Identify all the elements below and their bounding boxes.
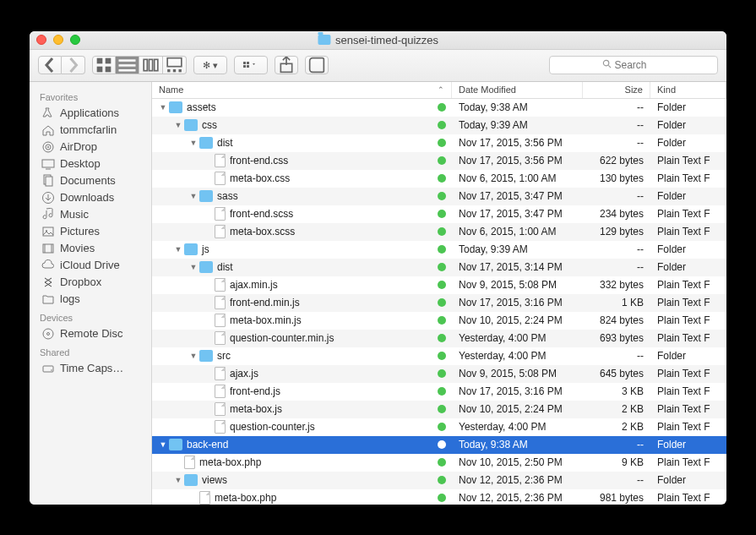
file-listing: Name⌃ Date Modified Size Kind ▼assetsTod… (152, 82, 726, 505)
gallery-view-button[interactable] (163, 56, 187, 74)
sidebar-item-tommcfarlin[interactable]: tommcfarlin (30, 122, 151, 139)
file-size: -- (583, 350, 650, 362)
svg-point-35 (47, 332, 50, 335)
disclosure-triangle-icon[interactable]: ▼ (174, 245, 182, 254)
sidebar-item-music[interactable]: Music (30, 206, 151, 223)
column-view-button[interactable] (139, 56, 163, 74)
arrange-menu-button[interactable] (234, 56, 268, 74)
folder-row[interactable]: ▼srcYesterday, 4:00 PM--Folder (152, 347, 726, 365)
drive-icon (41, 362, 55, 375)
file-name: ajax.js (230, 368, 258, 379)
disclosure-triangle-icon[interactable]: ▼ (159, 103, 167, 112)
sidebar-item-iclouddrive[interactable]: iCloud Drive (30, 257, 151, 274)
titlebar[interactable]: sensei-timed-quizzes (30, 31, 726, 50)
file-icon (215, 172, 226, 185)
header-size[interactable]: Size (583, 82, 650, 98)
disclosure-triangle-icon[interactable]: ▼ (174, 121, 182, 129)
minimize-button[interactable] (53, 35, 63, 45)
disclosure-triangle-icon[interactable]: ▼ (174, 476, 182, 484)
file-size: -- (583, 439, 650, 450)
nav-buttons (38, 56, 85, 74)
header-name[interactable]: Name⌃ (152, 82, 452, 98)
file-size: 645 bytes (583, 368, 650, 379)
list-view-button[interactable] (116, 56, 139, 74)
sidebar-item-desktop[interactable]: Desktop (30, 156, 151, 172)
folder-row[interactable]: ▼jsToday, 9:39 AM--Folder (152, 241, 726, 259)
file-icon (184, 456, 195, 469)
date-modified: Today, 9:39 AM (452, 243, 583, 255)
file-size: -- (583, 137, 650, 149)
file-icon (215, 367, 226, 380)
folder-icon (199, 190, 213, 202)
file-row[interactable]: ajax.min.jsNov 9, 2015, 5:08 PM332 bytes… (152, 276, 726, 294)
forward-button[interactable] (62, 56, 85, 74)
file-size: 130 bytes (583, 172, 650, 184)
header-date[interactable]: Date Modified (452, 82, 583, 98)
file-row[interactable]: question-counter.jsYesterday, 4:00 PM2 K… (152, 418, 726, 436)
folder-row[interactable]: ▼distNov 17, 2015, 3:14 PM--Folder (152, 259, 726, 276)
file-row[interactable]: front-end.scssNov 17, 2015, 3:47 PM234 b… (152, 205, 726, 223)
sidebar-item-applications[interactable]: Applications (30, 105, 151, 122)
sidebar-item-timecaps[interactable]: Time Caps… (30, 360, 151, 377)
file-kind: Plain Text F (650, 421, 726, 433)
sync-status (432, 440, 452, 449)
synced-icon (438, 387, 446, 396)
file-name: back-end (187, 439, 228, 450)
file-kind: Folder (650, 243, 726, 255)
file-row[interactable]: meta-box.jsNov 10, 2015, 2:24 PM2 KBPlai… (152, 401, 726, 418)
file-row[interactable]: meta-box.phpNov 12, 2015, 2:36 PM981 byt… (152, 489, 726, 505)
folder-row[interactable]: ▼sassNov 17, 2015, 3:47 PM--Folder (152, 188, 726, 205)
file-row[interactable]: front-end.min.jsNov 17, 2015, 3:16 PM1 K… (152, 294, 726, 312)
share-button[interactable] (275, 56, 298, 74)
file-row[interactable]: meta-box.phpNov 10, 2015, 2:50 PM9 KBPla… (152, 454, 726, 472)
date-modified: Nov 12, 2015, 2:36 PM (452, 474, 583, 486)
sidebar-item-dropbox[interactable]: Dropbox (30, 274, 151, 291)
disclosure-triangle-icon[interactable]: ▼ (159, 440, 167, 449)
header-kind[interactable]: Kind (650, 82, 726, 98)
tags-button[interactable] (305, 56, 329, 74)
sidebar-item-documents[interactable]: Documents (30, 172, 151, 189)
sidebar-item-remotedisc[interactable]: Remote Disc (30, 325, 151, 342)
search-input[interactable] (615, 59, 666, 71)
disclosure-triangle-icon[interactable]: ▼ (189, 139, 198, 147)
column-headers: Name⌃ Date Modified Size Kind (152, 82, 726, 99)
file-row[interactable]: front-end.jsNov 17, 2015, 3:16 PM3 KBPla… (152, 383, 726, 401)
file-row[interactable]: front-end.cssNov 17, 2015, 3:56 PM622 by… (152, 152, 726, 170)
disclosure-triangle-icon[interactable]: ▼ (189, 352, 198, 360)
sidebar-item-label: tommcfarlin (60, 123, 117, 136)
disclosure-triangle-icon[interactable]: ▼ (189, 263, 198, 271)
file-size: -- (583, 261, 650, 273)
search-field[interactable] (549, 56, 718, 74)
sidebar-item-label: logs (60, 292, 80, 305)
folder-row[interactable]: ▼cssToday, 9:39 AM--Folder (152, 117, 726, 134)
file-kind: Folder (650, 439, 726, 450)
sidebar-item-downloads[interactable]: Downloads (30, 189, 151, 206)
icloud-icon (41, 259, 55, 272)
close-button[interactable] (36, 35, 46, 45)
back-button[interactable] (38, 56, 62, 74)
folder-row[interactable]: ▼back-endToday, 9:38 AM--Folder (152, 436, 726, 454)
sidebar-item-movies[interactable]: Movies (30, 240, 151, 257)
file-size: -- (583, 190, 650, 202)
date-modified: Nov 6, 2015, 1:00 AM (452, 172, 583, 184)
sidebar-item-pictures[interactable]: Pictures (30, 223, 151, 240)
music-icon (41, 208, 55, 221)
file-row[interactable]: meta-box.scssNov 6, 2015, 1:00 AM129 byt… (152, 223, 726, 241)
maximize-button[interactable] (70, 35, 80, 45)
file-row[interactable]: meta-box.cssNov 6, 2015, 1:00 AM130 byte… (152, 170, 726, 188)
action-menu-button[interactable]: ✻ ▾ (193, 56, 227, 74)
icon-view-button[interactable] (92, 56, 116, 74)
file-row[interactable]: ajax.jsNov 9, 2015, 5:08 PM645 bytesPlai… (152, 365, 726, 383)
file-kind: Folder (650, 101, 726, 113)
synced-icon (438, 281, 446, 289)
folder-icon (318, 35, 330, 45)
disclosure-triangle-icon[interactable]: ▼ (189, 192, 198, 200)
sidebar-item-airdrop[interactable]: AirDrop (30, 139, 151, 156)
folder-row[interactable]: ▼assetsToday, 9:38 AM--Folder (152, 99, 726, 117)
file-row[interactable]: meta-box.min.jsNov 10, 2015, 2:24 PM824 … (152, 312, 726, 330)
folder-row[interactable]: ▼distNov 17, 2015, 3:56 PM--Folder (152, 134, 726, 152)
file-row[interactable]: question-counter.min.jsYesterday, 4:00 P… (152, 330, 726, 347)
sidebar-item-logs[interactable]: logs (30, 291, 151, 308)
date-modified: Nov 17, 2015, 3:47 PM (452, 208, 583, 220)
folder-row[interactable]: ▼viewsNov 12, 2015, 2:36 PM--Folder (152, 472, 726, 489)
